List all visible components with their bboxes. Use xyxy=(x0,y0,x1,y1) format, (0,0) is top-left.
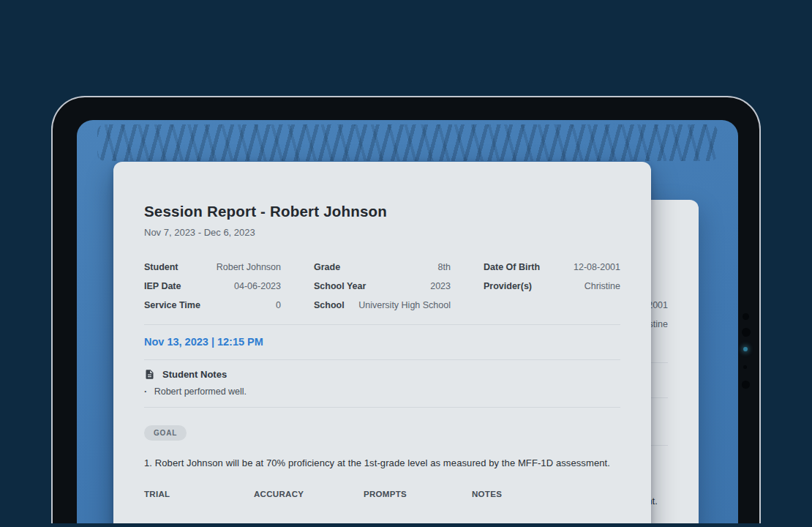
column-header-trial: TRIAL xyxy=(144,490,254,498)
student-notes-title: Student Notes xyxy=(162,369,227,380)
session-datetime-link[interactable]: Nov 13, 2023 | 12:15 PM xyxy=(144,336,263,348)
camera-lens-icon xyxy=(742,381,750,389)
info-school-year: School Year 2023 xyxy=(314,277,451,296)
camera-lens-icon xyxy=(742,328,751,337)
report-card-content: Session Report - Robert Johnson Nov 7, 2… xyxy=(113,162,651,523)
column-header-notes: NOTES xyxy=(472,490,502,498)
info-provider: Provider(s) Christine xyxy=(484,277,620,296)
goal-text: 1. Robert Johnson will be at 70% profici… xyxy=(144,457,620,470)
report-card: Session Report - Robert Johnson Nov 7, 2… xyxy=(113,162,651,523)
page-background: Session Report - Robert Johnson Nov 7, 2… xyxy=(0,0,812,523)
student-notes-header: Student Notes xyxy=(144,369,620,380)
report-title: Session Report - Robert Johnson xyxy=(144,203,620,220)
info-iep-date: IEP Date 04-06-2023 xyxy=(144,277,281,296)
tablet-frame: Session Report - Robert Johnson Nov 7, 2… xyxy=(51,96,761,523)
camera-array xyxy=(739,313,751,395)
trials-table-header: TRIAL ACCURACY PROMPTS NOTES xyxy=(144,490,620,498)
document-icon xyxy=(144,369,155,380)
wallpaper-pattern xyxy=(97,124,718,161)
goal-badge: GOAL xyxy=(144,425,187,441)
camera-glint-icon xyxy=(743,347,748,351)
info-student: Student Robert Johnson xyxy=(144,258,281,277)
column-header-accuracy: ACCURACY xyxy=(254,490,364,498)
info-date-of-birth: Date Of Birth 12-08-2001 xyxy=(484,258,620,277)
camera-dot-icon xyxy=(743,313,749,320)
info-grade: Grade 8th xyxy=(314,258,451,277)
column-header-prompts: PROMPTS xyxy=(364,490,472,498)
divider xyxy=(144,407,620,408)
report-date-range: Nov 7, 2023 - Dec 6, 2023 xyxy=(144,227,620,238)
info-school: School University High School xyxy=(314,296,451,315)
info-service-time: Service Time 0 xyxy=(144,296,281,315)
note-item: Robert performed well. xyxy=(144,385,620,398)
camera-dot-icon xyxy=(743,365,747,369)
student-info-grid: Student Robert Johnson Grade 8th Date Of… xyxy=(144,258,620,315)
tablet-screen: Session Report - Robert Johnson Nov 7, 2… xyxy=(77,120,738,523)
divider xyxy=(144,359,620,360)
